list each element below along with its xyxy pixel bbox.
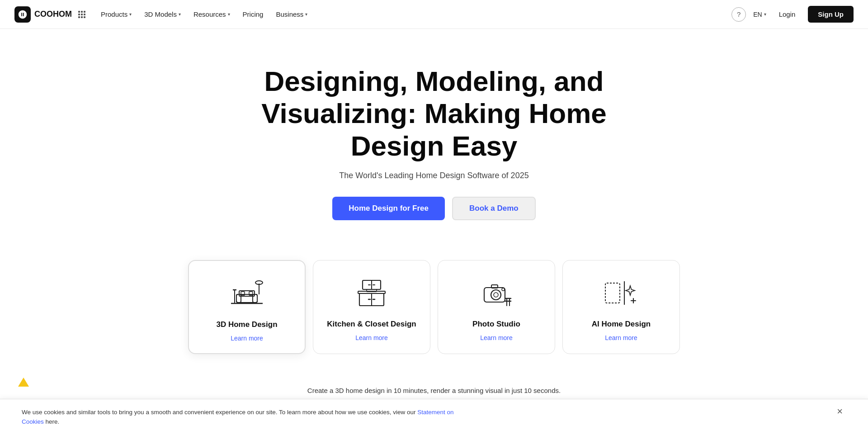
ai-home-design-icon	[574, 275, 669, 311]
bottom-tagline-section: Create a 3D home design in 10 minutes, r…	[0, 363, 868, 398]
products-chevron: ▾	[129, 12, 132, 17]
logo-icon	[14, 6, 31, 23]
language-selector[interactable]: EN ▾	[753, 11, 766, 18]
business-chevron: ▾	[305, 12, 307, 17]
svg-point-22	[491, 290, 501, 300]
home-design-icon	[200, 275, 294, 312]
card-kitchen-title: Kitchen & Closet Design	[324, 319, 419, 329]
nav-pricing[interactable]: Pricing	[243, 10, 264, 18]
logo-svg	[18, 9, 28, 19]
svg-rect-3	[253, 294, 257, 303]
cta-primary-button[interactable]: Home Design for Free	[332, 197, 445, 220]
hero-subtitle: The World's Leading Home Design Software…	[9, 171, 859, 180]
nav-3d-models[interactable]: 3D Models ▾	[144, 10, 181, 18]
nav-business[interactable]: Business ▾	[276, 10, 307, 18]
card-kitchen-closet[interactable]: Kitchen & Closet Design Learn more	[313, 260, 430, 354]
hero-buttons: Home Design for Free Book a Demo	[9, 197, 859, 220]
card-photo-title: Photo Studio	[449, 319, 544, 329]
kitchen-closet-icon	[324, 275, 419, 311]
photo-studio-icon	[449, 275, 544, 311]
card-3d-title: 3D Home Design	[200, 320, 294, 330]
3dmodels-chevron: ▾	[179, 12, 181, 17]
card-photo-learn-more[interactable]: Learn more	[480, 334, 513, 341]
svg-point-23	[494, 293, 498, 297]
logo[interactable]: COOHOM	[14, 6, 72, 23]
bottom-tagline: Create a 3D home design in 10 minutes, r…	[9, 387, 859, 394]
nav-left: COOHOM Products ▾ 3D Models ▾ Resources …	[14, 6, 307, 23]
resources-chevron: ▾	[228, 12, 230, 17]
svg-rect-20	[367, 289, 377, 292]
card-3d-learn-more[interactable]: Learn more	[231, 335, 263, 342]
nav-resources[interactable]: Resources ▾	[193, 10, 230, 18]
lang-chevron: ▾	[764, 12, 766, 17]
svg-point-25	[502, 288, 505, 291]
card-ai-learn-more[interactable]: Learn more	[605, 334, 637, 341]
grid-menu-icon[interactable]	[78, 11, 86, 18]
yellow-tip	[9, 374, 859, 387]
triangle-decoration	[18, 378, 29, 387]
hero-title: Designing, Modeling, and Visualizing: Ma…	[249, 65, 619, 162]
card-3d-home-design[interactable]: 3D Home Design Learn more	[188, 260, 306, 354]
brand-name: COOHOM	[34, 9, 72, 19]
svg-rect-2	[236, 294, 241, 303]
cta-secondary-button[interactable]: Book a Demo	[452, 197, 536, 220]
card-ai-title: AI Home Design	[574, 319, 669, 329]
nav-products[interactable]: Products ▾	[101, 10, 132, 18]
card-ai-home-design[interactable]: AI Home Design Learn more	[562, 260, 680, 354]
svg-rect-30	[605, 283, 620, 303]
nav-right: ? EN ▾ Login Sign Up	[731, 6, 854, 23]
help-button[interactable]: ?	[731, 7, 746, 22]
login-button[interactable]: Login	[774, 8, 801, 21]
card-photo-studio[interactable]: Photo Studio Learn more	[438, 260, 555, 354]
card-kitchen-learn-more[interactable]: Learn more	[355, 334, 388, 341]
signup-button[interactable]: Sign Up	[808, 6, 854, 23]
feature-cards-section: 3D Home Design Learn more	[140, 238, 728, 363]
navigation: COOHOM Products ▾ 3D Models ▾ Resources …	[0, 0, 868, 29]
nav-links: Products ▾ 3D Models ▾ Resources ▾ Prici…	[101, 10, 307, 18]
hero-section: Designing, Modeling, and Visualizing: Ma…	[0, 29, 868, 238]
